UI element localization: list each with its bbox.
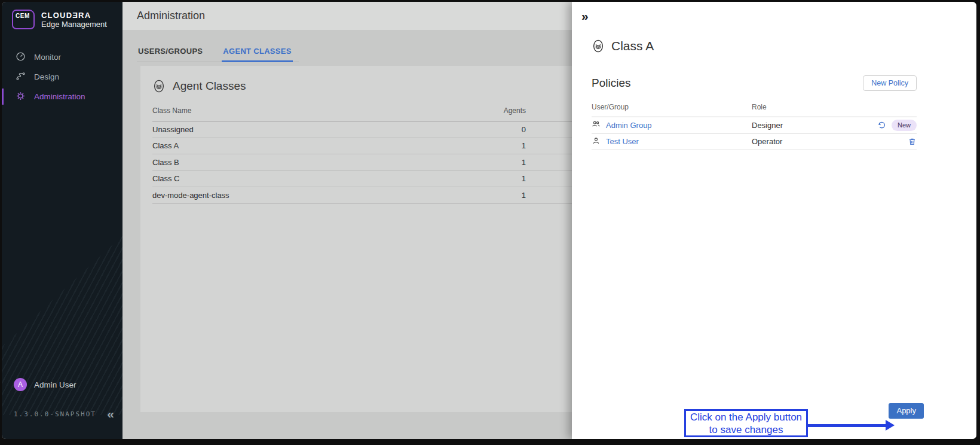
class-name-cell: Class C [152,174,483,183]
main-content: Administration USERS/GROUPS AGENT CLASSE… [122,2,572,439]
cem-logo-text: CEM [16,13,30,19]
group-icon [592,120,601,130]
table-row[interactable]: dev-mode-agent-class 1 [152,187,572,204]
sidebar-item-administration[interactable]: Administration [2,87,122,106]
agents-cell: 1 [483,191,526,200]
table-row[interactable]: Class B 1 [152,154,572,171]
agents-cell: 1 [483,141,526,150]
new-badge: New [892,120,917,131]
column-header-role: Role [752,103,868,111]
user-avatar: A [14,378,27,391]
table-row[interactable]: Class C 1 [152,171,572,188]
policies-heading: Policies [592,77,630,90]
person-icon [592,136,601,147]
version-label: 1.3.0.0-SNAPSHOT [14,410,96,418]
apply-button[interactable]: Apply [889,403,924,419]
brand-product: Edge Management [41,20,107,29]
class-name-cell: Class B [152,158,483,167]
table-row[interactable]: Class A 1 [152,138,572,155]
flow-icon [16,71,26,83]
trash-icon[interactable] [908,137,917,146]
agent-classes-table: Class Name Agents Unassigned 0 Class A 1… [152,103,572,204]
agent-classes-card: Agent Classes Class Name Agents Unassign… [140,66,572,412]
column-header-agents: Agents [483,106,526,115]
sidebar-item-label: Design [34,72,59,81]
tab-agent-classes[interactable]: AGENT CLASSES [222,44,292,62]
class-name-cell: Unassigned [152,125,483,134]
page-title: Administration [137,10,205,22]
sidebar-collapse-icon[interactable]: « [107,408,114,420]
role-cell: Operator [752,137,868,146]
column-header-user-group: User/Group [592,103,752,111]
brand-name: CLOUDƎRA [41,11,107,20]
brand: CEM CLOUDƎRA Edge Management [2,2,122,29]
app-window: CEM CLOUDƎRA Edge Management Monitor Des… [2,2,976,439]
new-policy-button[interactable]: New Policy [863,75,917,91]
undo-icon[interactable] [877,121,886,130]
column-header-class-name: Class Name [152,106,483,115]
current-user[interactable]: A Admin User [14,378,76,391]
annotation-callout: Click on the Apply button to save change… [684,409,808,437]
annotation-text-line2: to save changes [709,423,783,436]
policy-row: Test User Operator [592,134,917,151]
sidebar-item-design[interactable]: Design [2,67,122,87]
gear-icon [16,91,26,103]
user-group-link[interactable]: Admin Group [606,121,652,130]
page-header: Administration [122,2,572,30]
sidebar-item-label: Monitor [34,53,61,62]
user-group-link[interactable]: Test User [606,137,639,146]
class-name-cell: Class A [152,141,483,150]
gauge-icon [16,51,26,63]
agents-cell: 0 [483,125,526,134]
agents-cell: 1 [483,158,526,167]
agents-cell: 1 [483,174,526,183]
sidebar-nav: Monitor Design Administration [2,47,122,106]
table-row[interactable]: Unassigned 0 [152,121,572,138]
card-title: Agent Classes [173,80,246,93]
annotation-arrow-head [886,420,895,431]
annotation-arrow [808,424,887,427]
annotation-text-line1: Click on the Apply button [690,411,802,423]
class-name-cell: dev-mode-agent-class [152,191,483,200]
sidebar: CEM CLOUDƎRA Edge Management Monitor Des… [2,2,122,439]
tab-bar: USERS/GROUPS AGENT CLASSES [137,44,299,62]
drawer-title: Class A [611,39,654,53]
agent-class-icon [152,80,166,93]
agent-class-icon [592,39,605,53]
user-name: Admin User [34,380,76,389]
cem-logo: CEM [12,10,35,29]
policy-row: Admin Group Designer New [592,117,917,134]
role-cell: Designer [752,121,868,130]
drawer-collapse-icon[interactable]: » [581,9,589,23]
class-detail-drawer: » Class A Policies New Policy User/Group… [572,2,976,439]
sidebar-item-monitor[interactable]: Monitor [2,47,122,67]
policies-table: User/Group Role Admin Group Designer New [592,103,917,150]
sidebar-item-label: Administration [34,92,85,101]
tab-users-groups[interactable]: USERS/GROUPS [137,44,204,62]
